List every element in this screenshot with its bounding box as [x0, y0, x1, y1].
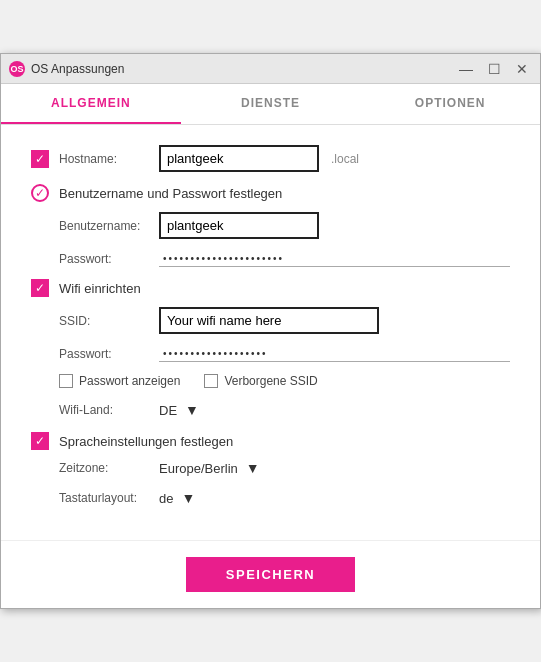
username-input[interactable]: [159, 212, 319, 239]
password-row: Passwort: ••••••••••••••••••••••: [59, 251, 510, 267]
username-label: Benutzername:: [59, 219, 159, 233]
hidden-ssid-option[interactable]: Verborgene SSID: [204, 374, 317, 388]
close-button[interactable]: ✕: [512, 59, 532, 79]
tab-dienste[interactable]: DIENSTE: [181, 84, 361, 124]
hostname-label: Hostname:: [59, 152, 159, 166]
timezone-dropdown[interactable]: Europe/Berlin ▼: [159, 460, 260, 476]
title-bar: OS OS Anpassungen — ☐ ✕: [1, 54, 540, 84]
language-section-header: ✓ Spracheinstellungen festlegen: [31, 432, 510, 450]
keyboard-dropdown[interactable]: de ▼: [159, 490, 195, 506]
keyboard-arrow-icon: ▼: [181, 490, 195, 506]
save-button[interactable]: SPEICHERN: [186, 557, 355, 592]
language-section-label: Spracheinstellungen festlegen: [59, 434, 233, 449]
language-checkbox[interactable]: ✓: [31, 432, 49, 450]
wifi-country-arrow-icon: ▼: [185, 402, 199, 418]
tab-allgemein[interactable]: ALLGEMEIN: [1, 84, 181, 124]
username-row: Benutzername:: [59, 212, 510, 239]
wifi-options-row: Passwort anzeigen Verborgene SSID: [59, 374, 510, 388]
hostname-input[interactable]: [159, 145, 319, 172]
keyboard-value: de: [159, 491, 173, 506]
timezone-row: Zeitzone: Europe/Berlin ▼: [59, 460, 510, 476]
wifi-password-input[interactable]: •••••••••••••••••••: [159, 346, 510, 362]
wifi-country-dropdown[interactable]: DE ▼: [159, 402, 199, 418]
wifi-country-label: Wifi-Land:: [59, 403, 159, 417]
ssid-label: SSID:: [59, 314, 159, 328]
show-password-label: Passwort anzeigen: [79, 374, 180, 388]
hostname-row: ✓ Hostname: .local: [31, 145, 510, 172]
wifi-section-header: ✓ Wifi einrichten: [31, 279, 510, 297]
wifi-checkbox[interactable]: ✓: [31, 279, 49, 297]
footer: SPEICHERN: [1, 540, 540, 608]
keyboard-row: Tastaturlayout: de ▼: [59, 490, 510, 506]
timezone-arrow-icon: ▼: [246, 460, 260, 476]
wifi-password-label: Passwort:: [59, 347, 159, 361]
username-fields: Benutzername: Passwort: ••••••••••••••••…: [31, 212, 510, 267]
username-checkbox[interactable]: ✓: [31, 184, 49, 202]
window-controls: — ☐ ✕: [456, 59, 532, 79]
maximize-button[interactable]: ☐: [484, 59, 504, 79]
app-icon: OS: [9, 61, 25, 77]
hostname-checkbox[interactable]: ✓: [31, 150, 49, 168]
tab-optionen[interactable]: OPTIONEN: [360, 84, 540, 124]
hidden-ssid-checkbox[interactable]: [204, 374, 218, 388]
language-fields: Zeitzone: Europe/Berlin ▼ Tastaturlayout…: [31, 460, 510, 506]
keyboard-label: Tastaturlayout:: [59, 491, 159, 505]
show-password-option[interactable]: Passwort anzeigen: [59, 374, 180, 388]
wifi-country-row: Wifi-Land: DE ▼: [59, 402, 510, 418]
minimize-button[interactable]: —: [456, 59, 476, 79]
wifi-password-row: Passwort: •••••••••••••••••••: [59, 346, 510, 362]
password-label: Passwort:: [59, 252, 159, 266]
window-title: OS Anpassungen: [31, 62, 456, 76]
content-area: ✓ Hostname: .local ✓ Benutzername und Pa…: [1, 125, 540, 540]
timezone-value: Europe/Berlin: [159, 461, 238, 476]
username-section-label: Benutzername und Passwort festlegen: [59, 186, 282, 201]
main-window: OS OS Anpassungen — ☐ ✕ ALLGEMEIN DIENST…: [0, 53, 541, 609]
tab-bar: ALLGEMEIN DIENSTE OPTIONEN: [1, 84, 540, 125]
wifi-fields: SSID: Passwort: ••••••••••••••••••• Pass…: [31, 307, 510, 418]
wifi-country-value: DE: [159, 403, 177, 418]
hostname-input-wrap: .local: [159, 145, 510, 172]
ssid-row: SSID:: [59, 307, 510, 334]
hidden-ssid-label: Verborgene SSID: [224, 374, 317, 388]
password-input[interactable]: ••••••••••••••••••••••: [159, 251, 510, 267]
username-section-header: ✓ Benutzername und Passwort festlegen: [31, 184, 510, 202]
timezone-label: Zeitzone:: [59, 461, 159, 475]
wifi-section-label: Wifi einrichten: [59, 281, 141, 296]
show-password-checkbox[interactable]: [59, 374, 73, 388]
hostname-suffix: .local: [331, 152, 359, 166]
ssid-input[interactable]: [159, 307, 379, 334]
